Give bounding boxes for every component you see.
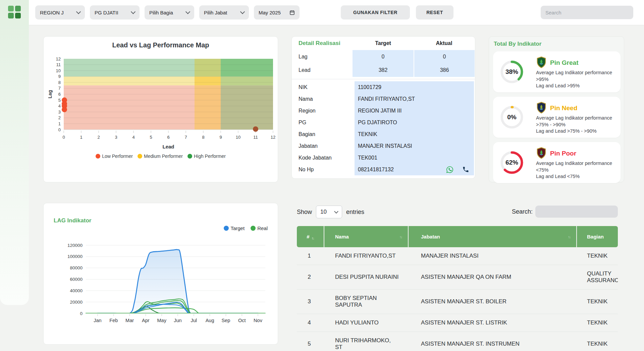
app-grid-icon[interactable]	[8, 6, 21, 18]
svg-text:Oct: Oct	[238, 318, 246, 323]
filter-bagian-dropdown[interactable]: Pilih Bagia	[145, 5, 194, 19]
detail-field-label: Nama	[292, 93, 355, 105]
detail-field-value: 082141817132	[355, 164, 474, 175]
svg-text:10: 10	[56, 68, 61, 73]
detail-field-value-text: 11001729	[358, 84, 381, 90]
global-search-input[interactable]	[541, 6, 633, 19]
top-bar: REGION J PG DJATII Pilih Bagia Pilih Jab…	[29, 0, 644, 25]
legend-label: Low Performer	[102, 153, 133, 159]
svg-text:1: 1	[80, 135, 82, 140]
detail-field-row: No Hp082141817132	[292, 164, 475, 175]
svg-text:0: 0	[58, 127, 61, 132]
sort-asc-icon: ↑↓	[312, 236, 314, 240]
detail-field-value: FANDI FITRIYANTO,ST	[355, 93, 474, 105]
svg-text:Feb: Feb	[109, 318, 118, 323]
table-header-nama[interactable]: Nama ↑↓	[324, 226, 409, 247]
detail-col-aktual: Aktual	[414, 40, 475, 46]
svg-text:4: 4	[132, 135, 135, 140]
detail-summary-row: Lag 0 0	[292, 50, 475, 63]
reset-button[interactable]: RESET	[416, 5, 453, 19]
filter-pg-dropdown[interactable]: PG DJATII	[90, 5, 140, 19]
table-row[interactable]: 5NURI TRIHARMOKO, STASISTEN MANAJER ST. …	[297, 332, 618, 351]
filter-region-dropdown[interactable]: REGION J	[35, 5, 85, 19]
table-search-label: Search:	[512, 208, 533, 215]
indicator-desc: >95%	[536, 76, 617, 83]
show-label: Show	[297, 209, 312, 216]
detail-summary-row: Lead 382 386	[292, 63, 475, 77]
svg-text:Lag: Lag	[47, 90, 53, 98]
table-header-num[interactable]: # ↑↓	[297, 226, 324, 247]
whatsapp-icon[interactable]	[446, 166, 453, 173]
dashboard-page: REGION J PG DJATII Pilih Bagia Pilih Jab…	[0, 0, 644, 351]
svg-text:8: 8	[202, 135, 204, 140]
indicator-desc: Lag and Lead >95%	[536, 83, 617, 89]
detail-field-value-text: MANAJER INSTALASI	[358, 143, 412, 149]
table-row[interactable]: 2DESI PUSPITA NURAINIASISTEN MANAJER QA …	[297, 265, 618, 290]
table-search-input[interactable]	[535, 206, 618, 218]
svg-text:3: 3	[115, 135, 117, 140]
shield-icon	[536, 56, 547, 70]
table-header-jabatan[interactable]: Jabatan ↑↓	[409, 226, 577, 247]
svg-text:10: 10	[236, 135, 240, 140]
svg-text:7: 7	[184, 135, 187, 140]
table-cell: ASISTEN MANAJER ST. LISTRIK	[409, 314, 577, 332]
legend-dot-icon	[187, 154, 192, 159]
table-cell: 3	[297, 293, 324, 310]
detail-panel-title: Detail Realisasi	[292, 40, 353, 47]
phone-icon[interactable]	[462, 166, 469, 173]
table-cell: ASISTEN MANAJER ST. BOILER	[409, 293, 577, 310]
table-row[interactable]: 3BOBY SEPTIAN SAPUTRAASISTEN MANAJER ST.…	[297, 290, 618, 314]
detail-field-row: NIK11001729	[292, 81, 475, 93]
indicator-desc: Average Lag Indikator performance	[536, 115, 617, 122]
indicator-desc: <75%	[536, 167, 617, 174]
svg-text:11: 11	[253, 135, 258, 140]
filter-jabatan-dropdown[interactable]: Pilih Jabat	[199, 5, 249, 19]
legend-label: Medium Performer	[144, 153, 183, 159]
table-row[interactable]: 1FANDI FITRIYANTO,STMANAJER INSTALASITEK…	[297, 247, 618, 265]
svg-text:Apr: Apr	[142, 318, 150, 323]
svg-text:3: 3	[58, 109, 61, 115]
indicator-desc: Lag and Lead <75%	[536, 173, 617, 180]
filter-region-label: REGION J	[40, 10, 64, 15]
scatter-legend-item: Medium Performer	[138, 153, 183, 159]
page-size-select[interactable]: 10	[316, 206, 342, 218]
svg-text:40000: 40000	[70, 288, 83, 293]
detail-field-row: RegionREGION JATIM III	[292, 105, 475, 117]
svg-text:Lead: Lead	[162, 144, 174, 149]
svg-text:8: 8	[58, 80, 61, 85]
chevron-down-icon	[131, 9, 136, 14]
app-grid-icon-tile	[8, 6, 14, 11]
svg-text:7: 7	[58, 86, 61, 91]
svg-text:11: 11	[56, 62, 61, 67]
indicator-desc: Average Lag Indikator performance	[536, 160, 617, 167]
table-cell: FANDI FITRIYANTO,ST	[324, 247, 409, 265]
svg-text:9: 9	[219, 135, 222, 140]
detail-field-value-text: TEKNIK	[358, 131, 377, 137]
app-grid-icon-tile	[15, 6, 21, 11]
table-cell: TEKNIK	[577, 314, 618, 332]
detail-field-row: Kode JabatanTEK001	[292, 152, 475, 164]
detail-field-label: NIK	[292, 81, 355, 93]
svg-text:0%: 0%	[507, 114, 517, 121]
table-cell: ASISTEN MANAJER ST. INSTRUMEN	[409, 335, 577, 351]
apply-filter-button[interactable]: GUNAKAN FILTER	[341, 5, 410, 19]
scatter-legend-item: High Performer	[187, 153, 226, 159]
svg-text:Sep: Sep	[221, 318, 230, 323]
table-header-bagian[interactable]: Bagian	[577, 226, 618, 247]
table-row[interactable]: 4HADI YULIANTOASISTEN MANAJER ST. LISTRI…	[297, 314, 618, 332]
legend-dot-icon	[138, 154, 142, 159]
table-cell: 4	[297, 314, 324, 332]
summary-target-value: 0	[353, 50, 414, 63]
svg-text:80000: 80000	[70, 265, 83, 270]
pin-great-card: 38% Pin Great Average Lag Indikator perf…	[493, 51, 621, 92]
month-picker[interactable]: May 2025	[254, 5, 300, 19]
shield-icon	[536, 101, 547, 115]
app-grid-icon-tile	[15, 13, 21, 18]
table-cell: MANAJER INSTALASI	[409, 247, 577, 265]
filter-jabatan-label: Pilih Jabat	[204, 10, 227, 15]
pin-poor-card: 62% Pin Poor Average Lag Indikator perfo…	[493, 142, 621, 183]
detail-field-value-text: TEK001	[358, 155, 377, 161]
summary-label: Lead	[292, 67, 353, 73]
detail-field-value: 11001729	[355, 81, 474, 93]
pin-need-title: Pin Need	[550, 104, 577, 112]
